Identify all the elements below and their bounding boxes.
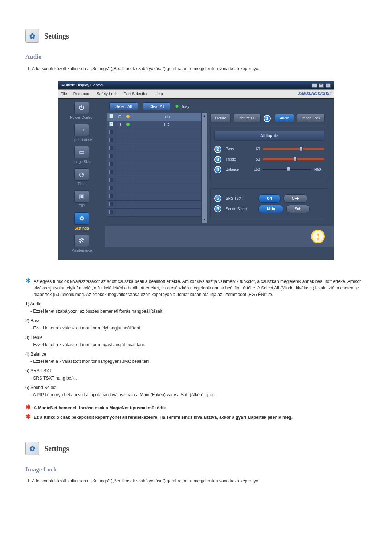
row-checkbox[interactable] — [109, 178, 113, 182]
table-row[interactable] — [107, 161, 201, 169]
item-title: Bass — [30, 318, 40, 323]
header-checkbox[interactable] — [109, 114, 113, 118]
settings-icon: ✿ — [25, 442, 39, 455]
sidebar-item-settings[interactable]: ✿ Settings — [60, 212, 103, 231]
num-label: 4) — [25, 352, 29, 357]
table-row[interactable] — [107, 153, 201, 161]
app-screenshot: Multiple Display Control _ □ × File Remo… — [58, 81, 334, 260]
menu-safety[interactable]: Safety Lock — [97, 92, 117, 96]
row-checkbox[interactable] — [109, 130, 113, 134]
row-checkbox[interactable] — [109, 186, 113, 190]
status-dot-icon — [126, 123, 130, 126]
menu-port[interactable]: Port Selection — [123, 92, 148, 96]
star-icon: ✱ — [25, 414, 31, 421]
scroll-down-icon[interactable]: ▼ — [203, 218, 206, 222]
item-title: Balance — [30, 352, 46, 357]
footer-bar: ! — [105, 226, 334, 247]
tab-picture-pc[interactable]: Picture PC — [234, 114, 261, 122]
srs-on-button[interactable]: ON — [258, 194, 281, 203]
menu-remocon[interactable]: Remocon — [73, 92, 90, 96]
sound-main-button[interactable]: Main — [258, 205, 283, 213]
header-id: ID — [115, 113, 124, 121]
table-row[interactable] — [107, 145, 201, 153]
item-desc: - Ezzel lehet a kiválasztott monitor mél… — [30, 325, 367, 331]
table-row[interactable] — [107, 185, 201, 193]
item-title: Treble — [30, 335, 43, 340]
table-row[interactable]: 0 PC — [107, 121, 201, 129]
sidebar: ⏻ Power Control ⇢ Input Source ▭ Image S… — [58, 99, 105, 260]
table-scrollbar[interactable]: ▲ ▼ — [201, 113, 207, 223]
imagesize-icon: ▭ — [74, 146, 89, 158]
treble-value: 50 — [250, 157, 260, 162]
item-desc: - Ezzel lehet a kiválasztott monitor han… — [30, 358, 367, 365]
table-row[interactable] — [107, 169, 201, 177]
row-input: PC — [132, 121, 201, 129]
row-checkbox[interactable] — [109, 122, 113, 126]
item-title: Audio — [30, 301, 41, 307]
brand-label: SAMSUNG DIGITall — [298, 91, 331, 97]
row-checkbox[interactable] — [109, 138, 113, 142]
tab-picture[interactable]: Picture — [210, 114, 231, 122]
busy-indicator: Busy — [175, 104, 189, 110]
table-row[interactable] — [107, 193, 201, 201]
sidebar-item-imagesize[interactable]: ▭ Image Size — [60, 146, 103, 165]
table-row[interactable] — [107, 201, 201, 209]
table-row[interactable] — [107, 209, 201, 217]
sidebar-label: Maintenance — [60, 248, 103, 253]
srs-off-button[interactable]: OFF — [283, 194, 307, 203]
treble-slider[interactable] — [263, 158, 324, 160]
row-checkbox[interactable] — [109, 154, 113, 158]
warning-icon: ! — [311, 230, 325, 243]
close-icon[interactable]: × — [326, 83, 331, 88]
device-table: ID Input 0 PC — [107, 113, 201, 223]
section-title: Settings — [44, 31, 69, 41]
table-row[interactable] — [107, 137, 201, 145]
sidebar-item-time[interactable]: ◔ Time — [60, 168, 103, 187]
balance-left: L50 — [250, 167, 260, 172]
item-title: SRS TSXT — [30, 368, 52, 373]
menu-file[interactable]: File — [61, 92, 67, 96]
tab-image-lock[interactable]: Image Lock — [297, 114, 325, 122]
item-desc: - Ezzel lehet szabályozni az összes beme… — [30, 308, 367, 315]
balance-slider[interactable] — [263, 169, 311, 170]
sound-sub-button[interactable]: Sub — [286, 205, 310, 213]
sidebar-item-maintenance[interactable]: 🛠 Maintenance — [60, 235, 103, 253]
settings-panel: Picture Picture PC 1 Audio Image Lock Al… — [207, 113, 331, 223]
step-item: A fo ikonok között kattintson a „Setting… — [32, 65, 367, 72]
sidebar-label: Settings — [60, 226, 103, 231]
num-label: 5) — [25, 368, 29, 373]
window-title: Multiple Display Control — [61, 82, 103, 88]
bass-slider[interactable] — [263, 148, 324, 150]
all-inputs-label: All Inputs — [214, 131, 324, 141]
num-label: 2) — [25, 318, 29, 323]
row-checkbox[interactable] — [109, 170, 113, 174]
table-row[interactable] — [107, 177, 201, 185]
table-row[interactable] — [107, 129, 201, 137]
sidebar-item-pip[interactable]: ▣ PIP — [60, 190, 103, 209]
row-checkbox[interactable] — [109, 202, 113, 206]
select-all-button[interactable]: Select All — [109, 102, 138, 111]
busy-dot-icon — [175, 105, 179, 108]
row-checkbox[interactable] — [109, 210, 113, 214]
row-checkbox[interactable] — [109, 194, 113, 198]
callout-3: 3 — [214, 156, 221, 163]
sidebar-item-input[interactable]: ⇢ Input Source — [60, 124, 103, 142]
sidebar-label: Image Size — [60, 159, 103, 165]
maximize-icon[interactable]: □ — [319, 83, 324, 88]
row-checkbox[interactable] — [109, 146, 113, 150]
note-text: Ez a funkció csak bekapcsolt képernyőnél… — [34, 414, 293, 421]
pip-icon: ▣ — [74, 190, 89, 203]
row-checkbox[interactable] — [109, 162, 113, 166]
minimize-icon[interactable]: _ — [312, 83, 317, 88]
settings-icon: ✿ — [25, 29, 39, 43]
sidebar-label: Power Control — [60, 115, 103, 120]
menu-help[interactable]: Help — [155, 92, 163, 96]
sidebar-item-power[interactable]: ⏻ Power Control — [60, 102, 103, 120]
balance-right: R50 — [314, 167, 324, 172]
tab-audio[interactable]: Audio — [275, 114, 294, 122]
sidebar-label: Input Source — [60, 137, 103, 142]
scroll-up-icon[interactable]: ▲ — [203, 114, 206, 118]
clear-all-button[interactable]: Clear All — [143, 102, 170, 111]
note-text: Az egyes funkciók kiválasztásakor az ado… — [34, 278, 367, 298]
note-star-red-2: ✱ Ez a funkció csak bekapcsolt képernyőn… — [25, 414, 367, 421]
